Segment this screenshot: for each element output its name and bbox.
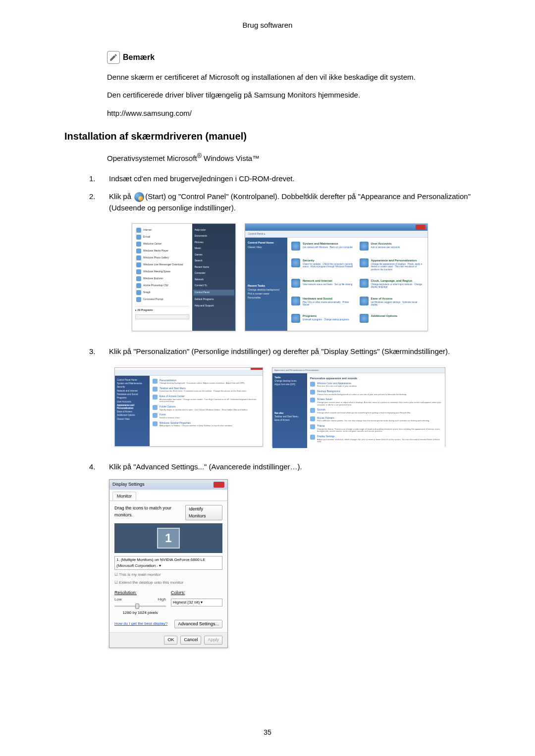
cp-side-item: Classic View	[248, 245, 285, 249]
cat-link: Let Windows suggest settings · Optimize …	[371, 301, 424, 306]
item-icon	[153, 387, 158, 392]
address-bar: Appearance and Personalization ▸ Persona…	[272, 368, 445, 373]
apply-button[interactable]: Apply	[204, 636, 222, 645]
resolution-slider[interactable]	[114, 605, 166, 607]
page-subtitle: Personalize appearance and sounds	[310, 376, 442, 380]
sm-r: Computer	[195, 270, 233, 277]
step-1-text: Indsæt cd'en med brugervejledningen i CD…	[109, 173, 471, 185]
nav-item: See also	[274, 411, 305, 415]
nav-item: Ease of Access	[117, 410, 148, 413]
item-icon	[310, 424, 315, 429]
cat-link: Add or remove user accounts	[371, 246, 400, 249]
dialog-title: Display Settings	[112, 481, 145, 488]
cat-name: System and Maintenance	[303, 242, 353, 246]
category-icon	[360, 242, 369, 251]
nav-item: User Accounts	[117, 400, 148, 403]
nav-item: Adjust font size (DPI)	[274, 383, 305, 386]
note-label: Bemærk	[123, 51, 155, 63]
item-icon	[310, 435, 315, 440]
colors-label: Colors:	[171, 590, 222, 597]
category-icon	[360, 297, 369, 305]
os-pre: Operativsystemet Microsoft	[107, 154, 197, 162]
step-2-post: (Start) og "Control Panel" (Kontrolpanel…	[109, 192, 471, 212]
address-bar: Control Panel ▸	[245, 231, 428, 238]
step-2-number: 2.	[89, 191, 98, 213]
chk-label: This is my main monitor	[119, 572, 160, 577]
drag-instruction: Drag the icons to match your monitors.	[114, 505, 185, 518]
cat-name: Ease of Access	[371, 297, 424, 301]
ok-button[interactable]: OK	[164, 636, 177, 645]
sm-item: Windows Meeting Space	[143, 270, 170, 274]
resolution-label: Resolution:	[114, 590, 166, 597]
sm-r: Games	[195, 252, 233, 258]
registered-symbol: ®	[197, 152, 202, 159]
sm-r: Help color	[195, 227, 233, 233]
step-3-text: Klik på "Personalization" (Personlige in…	[109, 346, 471, 357]
monitor-select[interactable]: 1. (Multiple Monitors) on NVIDIA GeForce…	[114, 556, 222, 570]
category-icon	[360, 314, 369, 323]
item-desc: Specify single- or double-click to open …	[160, 409, 248, 411]
step-2-text: Klik på (Start) og "Control Panel" (Kont…	[109, 191, 471, 213]
cat-link: Uninstall a program · Change startup pro…	[303, 318, 349, 321]
sm-item: Windows Explorer	[143, 277, 163, 281]
all-programs: All Programs	[137, 308, 153, 311]
monitor-1-icon[interactable]: 1	[157, 528, 180, 549]
os-line: Operativsystemet Microsoft® Windows Vist…	[107, 151, 471, 164]
cp-side-item: Change desktop background	[248, 288, 285, 292]
step-4-text: Klik på "Advanced Settings..." (Avancere…	[109, 461, 471, 473]
start-menu-screenshot: Internet E-mail Welcome Center Windows M…	[132, 223, 236, 331]
nav-item: Change desktop icons	[274, 379, 305, 383]
item-icon	[153, 379, 158, 384]
nav-item: Classic View	[117, 417, 148, 421]
control-panel-screenshot: Control Panel ▸ Control Panel Home Class…	[245, 223, 428, 331]
item-icon	[153, 395, 158, 400]
advanced-settings-button[interactable]: Advanced Settings...	[174, 620, 222, 629]
sm-r: Recent Items	[195, 264, 233, 270]
cp-side-item: Pick a screen saver	[248, 292, 285, 296]
identify-monitors-button[interactable]: Identify Monitors	[185, 505, 222, 520]
cat-name: Additional Options	[371, 314, 398, 318]
nav-item: Programs	[117, 396, 148, 400]
display-settings-dialog: Display Settings Monitor Drag the icons …	[109, 479, 228, 648]
cancel-button[interactable]: Cancel	[180, 636, 201, 645]
item-desc: Change which sounds are heard when you d…	[317, 412, 411, 414]
slider-low: Low	[114, 597, 122, 603]
monitor-arrangement-area[interactable]: 1	[114, 523, 222, 553]
sm-item: Windows Media Player	[143, 249, 168, 253]
note-line-1: Denne skærm er certificeret af Microsoft…	[107, 72, 471, 83]
extend-desktop-checkbox[interactable]: ☑ Extend the desktop onto this monitor	[114, 580, 222, 586]
cat-link: Change the appearance of displays · Pixe…	[371, 263, 424, 271]
category-icon	[291, 279, 300, 288]
main-monitor-checkbox[interactable]: ☑ This is my main monitor	[114, 572, 222, 578]
nav-item: Taskbar and Start Menu	[274, 415, 305, 418]
sm-r: Search	[195, 258, 233, 264]
item-icon	[153, 421, 158, 426]
colors-select[interactable]: Highest (32 bit) ▾	[171, 599, 222, 606]
nav-item-active: Appearance and Personalization	[117, 403, 148, 410]
item-icon	[310, 408, 315, 413]
monitor-tab[interactable]: Monitor	[112, 492, 136, 501]
category-icon	[291, 242, 300, 251]
nav-item: Additional Options	[117, 413, 148, 417]
cat-name: Security	[303, 258, 356, 263]
sm-item: Adobe Photoshop CS2	[143, 284, 168, 288]
help-link[interactable]: How do I get the best display?	[114, 621, 167, 627]
category-icon	[360, 279, 369, 288]
cat-name: Programs	[303, 314, 349, 318]
start-orb-icon	[134, 192, 144, 202]
cat-name: Hardware and Sound	[303, 297, 356, 301]
cp-side-title: Control Panel Home	[248, 241, 285, 245]
close-icon[interactable]	[214, 482, 224, 488]
section-title: Installation af skærmdriveren (manuel)	[64, 129, 471, 144]
item-icon	[310, 390, 315, 395]
cat-name: Network and Internet	[303, 279, 352, 283]
cat-name: Clock, Language, and Region	[371, 279, 424, 283]
screenshot-row-1: Internet E-mail Welcome Center Windows M…	[89, 223, 471, 331]
item-icon	[310, 382, 315, 387]
note-heading: Bemærk	[107, 51, 471, 64]
step-2-pre: Klik på	[109, 192, 133, 201]
nav-item: Ease of Access	[274, 418, 305, 422]
colors-value: Highest (32 bit)	[173, 600, 200, 605]
appearance-personalization-screenshot: Control Panel Home System and Maintenanc…	[114, 367, 263, 447]
start-search	[135, 314, 189, 319]
